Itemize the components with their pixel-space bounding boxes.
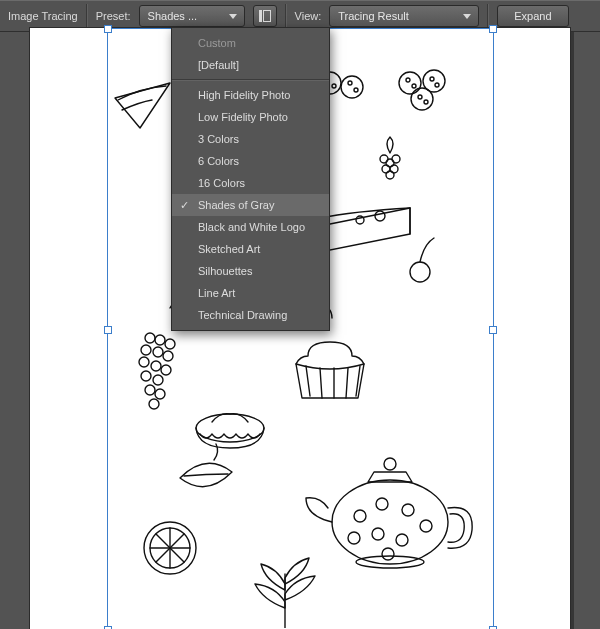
panel-icon: [259, 10, 271, 22]
preset-label: Preset:: [96, 10, 131, 22]
svg-point-36: [141, 371, 151, 381]
svg-point-39: [155, 389, 165, 399]
preset-option-label: Silhouettes: [198, 265, 252, 277]
svg-point-57: [396, 534, 408, 546]
preset-option[interactable]: [Default]: [172, 54, 329, 76]
preset-option-label: 6 Colors: [198, 155, 239, 167]
mode-title: Image Tracing: [8, 10, 78, 22]
svg-point-40: [149, 399, 159, 409]
view-select[interactable]: Tracing Result: [329, 5, 479, 27]
preset-option[interactable]: Low Fidelity Photo: [172, 106, 329, 128]
svg-point-49: [384, 458, 396, 470]
preset-option-label: Sketched Art: [198, 243, 260, 255]
svg-point-38: [145, 385, 155, 395]
expand-button[interactable]: Expand: [497, 5, 568, 27]
preset-option-label: Shades of Gray: [198, 199, 274, 211]
preset-option[interactable]: 16 Colors: [172, 172, 329, 194]
svg-point-27: [145, 333, 155, 343]
svg-point-54: [420, 520, 432, 532]
svg-point-5: [354, 88, 358, 92]
svg-point-14: [424, 100, 428, 104]
svg-point-26: [410, 262, 430, 282]
svg-point-53: [402, 504, 414, 516]
preset-option[interactable]: Black and White Logo: [172, 216, 329, 238]
open-tracing-panel-button[interactable]: [253, 5, 277, 27]
svg-point-11: [430, 77, 434, 81]
svg-point-58: [382, 548, 394, 560]
svg-point-30: [141, 345, 151, 355]
svg-point-25: [356, 216, 364, 224]
preset-option[interactable]: High Fidelity Photo: [172, 84, 329, 106]
preset-option[interactable]: ✓Shades of Gray: [172, 194, 329, 216]
preset-select[interactable]: Shades ...: [139, 5, 245, 27]
check-icon: ✓: [180, 194, 189, 216]
preset-option-label: Line Art: [198, 287, 235, 299]
preset-option-label: 3 Colors: [198, 133, 239, 145]
preset-option: Custom: [172, 32, 329, 54]
preset-option-label: Black and White Logo: [198, 221, 305, 233]
svg-point-24: [375, 211, 385, 221]
preset-option[interactable]: Sketched Art: [172, 238, 329, 260]
view-label: View:: [295, 10, 322, 22]
separator: [487, 4, 489, 28]
svg-point-1: [341, 76, 363, 98]
preset-option-label: Low Fidelity Photo: [198, 111, 288, 123]
svg-point-52: [376, 498, 388, 510]
chevron-down-icon: [460, 6, 474, 26]
svg-point-9: [406, 78, 410, 82]
preset-option[interactable]: 6 Colors: [172, 150, 329, 172]
svg-point-32: [163, 351, 173, 361]
view-select-value: Tracing Result: [338, 10, 409, 22]
menu-separator: [172, 79, 329, 81]
preset-option-label: [Default]: [198, 59, 239, 71]
svg-point-28: [155, 335, 165, 345]
preset-option[interactable]: 3 Colors: [172, 128, 329, 150]
preset-option-label: High Fidelity Photo: [198, 89, 290, 101]
separator: [86, 4, 88, 28]
svg-point-3: [332, 84, 336, 88]
svg-point-10: [412, 84, 416, 88]
svg-point-4: [348, 81, 352, 85]
preset-option-label: Custom: [198, 37, 236, 49]
chevron-down-icon: [226, 6, 240, 26]
preset-option[interactable]: Line Art: [172, 282, 329, 304]
preset-dropdown-menu: Custom[Default]High Fidelity PhotoLow Fi…: [171, 27, 330, 331]
svg-point-33: [139, 357, 149, 367]
preset-select-value: Shades ...: [148, 10, 198, 22]
preset-option[interactable]: Technical Drawing: [172, 304, 329, 326]
app-root: Image Tracing Preset: Shades ... View: T…: [0, 0, 600, 629]
svg-point-55: [348, 532, 360, 544]
svg-point-31: [153, 347, 163, 357]
svg-point-50: [356, 556, 424, 568]
svg-point-12: [435, 83, 439, 87]
svg-point-6: [399, 72, 421, 94]
svg-point-13: [418, 95, 422, 99]
svg-point-51: [354, 510, 366, 522]
svg-point-37: [153, 375, 163, 385]
preset-option-label: 16 Colors: [198, 177, 245, 189]
svg-point-56: [372, 528, 384, 540]
svg-point-34: [151, 361, 161, 371]
svg-point-20: [386, 171, 394, 179]
svg-point-29: [165, 339, 175, 349]
svg-point-8: [411, 88, 433, 110]
preset-option[interactable]: Silhouettes: [172, 260, 329, 282]
preset-option-label: Technical Drawing: [198, 309, 287, 321]
svg-point-35: [161, 365, 171, 375]
separator: [285, 4, 287, 28]
